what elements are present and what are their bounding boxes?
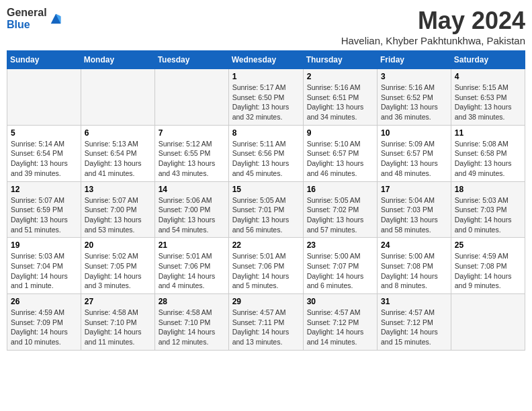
header-day-tuesday: Tuesday	[154, 51, 228, 69]
calendar-cell: 2Sunrise: 5:16 AMSunset: 6:51 PMDaylight…	[303, 69, 377, 126]
calendar-cell: 8Sunrise: 5:11 AMSunset: 6:56 PMDaylight…	[228, 125, 303, 181]
calendar-cell: 25Sunrise: 4:59 AMSunset: 7:08 PMDayligh…	[451, 238, 525, 294]
day-number: 17	[381, 185, 447, 194]
day-number: 24	[381, 240, 447, 250]
calendar-cell	[81, 69, 154, 126]
day-number: 9	[307, 128, 373, 138]
day-number: 1	[232, 72, 300, 81]
day-number: 30	[307, 297, 373, 306]
header-row: SundayMondayTuesdayWednesdayThursdayFrid…	[7, 51, 525, 69]
day-number: 11	[455, 128, 521, 138]
day-number: 16	[307, 185, 373, 194]
calendar-cell: 27Sunrise: 4:58 AMSunset: 7:10 PMDayligh…	[81, 294, 154, 351]
day-info: Sunrise: 4:59 AMSunset: 7:08 PMDaylight:…	[455, 251, 521, 291]
calendar-cell: 4Sunrise: 5:15 AMSunset: 6:53 PMDaylight…	[451, 69, 525, 126]
day-number: 5	[11, 128, 77, 138]
calendar-cell: 10Sunrise: 5:09 AMSunset: 6:57 PMDayligh…	[378, 125, 451, 181]
day-info: Sunrise: 5:03 AMSunset: 7:03 PMDaylight:…	[455, 195, 521, 235]
calendar-cell: 18Sunrise: 5:03 AMSunset: 7:03 PMDayligh…	[451, 181, 525, 238]
calendar-cell: 7Sunrise: 5:12 AMSunset: 6:55 PMDaylight…	[154, 125, 228, 181]
week-row-3: 12Sunrise: 5:07 AMSunset: 6:59 PMDayligh…	[7, 181, 525, 238]
day-number: 6	[85, 128, 151, 138]
day-number: 29	[232, 297, 300, 306]
calendar-cell: 9Sunrise: 5:10 AMSunset: 6:57 PMDaylight…	[303, 125, 377, 181]
day-info: Sunrise: 4:57 AMSunset: 7:12 PMDaylight:…	[381, 308, 447, 347]
day-info: Sunrise: 4:58 AMSunset: 7:10 PMDaylight:…	[85, 308, 151, 347]
day-info: Sunrise: 5:14 AMSunset: 6:54 PMDaylight:…	[11, 139, 77, 179]
calendar-cell: 31Sunrise: 4:57 AMSunset: 7:12 PMDayligh…	[378, 294, 451, 351]
header-day-monday: Monday	[81, 51, 154, 69]
header-day-sunday: Sunday	[7, 51, 81, 69]
month-title: May 2024	[341, 7, 525, 35]
day-info: Sunrise: 5:11 AMSunset: 6:56 PMDaylight:…	[232, 139, 300, 179]
day-number: 7	[159, 128, 225, 138]
day-number: 26	[11, 297, 77, 306]
day-info: Sunrise: 5:03 AMSunset: 7:04 PMDaylight:…	[11, 251, 77, 291]
day-info: Sunrise: 5:01 AMSunset: 7:06 PMDaylight:…	[159, 251, 225, 291]
day-info: Sunrise: 5:04 AMSunset: 7:03 PMDaylight:…	[381, 195, 447, 235]
header-day-wednesday: Wednesday	[228, 51, 303, 69]
day-number: 28	[159, 297, 225, 306]
day-number: 19	[11, 240, 77, 250]
week-row-2: 5Sunrise: 5:14 AMSunset: 6:54 PMDaylight…	[7, 125, 525, 181]
title-block: May 2024 Havelian, Khyber Pakhtunkhwa, P…	[341, 7, 525, 46]
day-info: Sunrise: 5:01 AMSunset: 7:06 PMDaylight:…	[232, 251, 300, 291]
day-info: Sunrise: 5:09 AMSunset: 6:57 PMDaylight:…	[381, 139, 447, 179]
day-info: Sunrise: 5:16 AMSunset: 6:51 PMDaylight:…	[307, 83, 373, 122]
day-info: Sunrise: 5:00 AMSunset: 7:08 PMDaylight:…	[381, 251, 447, 291]
location-title: Havelian, Khyber Pakhtunkhwa, Pakistan	[341, 35, 525, 46]
day-number: 18	[455, 185, 521, 194]
day-info: Sunrise: 5:07 AMSunset: 7:00 PMDaylight:…	[85, 195, 151, 235]
calendar-cell	[7, 69, 81, 126]
calendar-cell: 11Sunrise: 5:08 AMSunset: 6:58 PMDayligh…	[451, 125, 525, 181]
day-info: Sunrise: 4:57 AMSunset: 7:11 PMDaylight:…	[232, 308, 300, 347]
day-number: 4	[455, 72, 521, 81]
calendar-cell: 15Sunrise: 5:05 AMSunset: 7:01 PMDayligh…	[228, 181, 303, 238]
calendar-cell: 3Sunrise: 5:16 AMSunset: 6:52 PMDaylight…	[378, 69, 451, 126]
calendar-cell: 19Sunrise: 5:03 AMSunset: 7:04 PMDayligh…	[7, 238, 81, 294]
calendar-cell: 1Sunrise: 5:17 AMSunset: 6:50 PMDaylight…	[228, 69, 303, 126]
day-info: Sunrise: 4:58 AMSunset: 7:10 PMDaylight:…	[159, 308, 225, 347]
calendar-cell: 30Sunrise: 4:57 AMSunset: 7:12 PMDayligh…	[303, 294, 377, 351]
calendar-cell	[154, 69, 228, 126]
day-number: 27	[85, 297, 151, 306]
calendar-cell: 13Sunrise: 5:07 AMSunset: 7:00 PMDayligh…	[81, 181, 154, 238]
day-info: Sunrise: 5:07 AMSunset: 6:59 PMDaylight:…	[11, 195, 77, 235]
calendar-cell: 21Sunrise: 5:01 AMSunset: 7:06 PMDayligh…	[154, 238, 228, 294]
day-info: Sunrise: 4:57 AMSunset: 7:12 PMDaylight:…	[307, 308, 373, 347]
day-info: Sunrise: 4:59 AMSunset: 7:09 PMDaylight:…	[11, 308, 77, 347]
day-info: Sunrise: 5:16 AMSunset: 6:52 PMDaylight:…	[381, 83, 447, 122]
header-day-thursday: Thursday	[303, 51, 377, 69]
page-header: General Blue May 2024 Havelian, Khyber P…	[7, 7, 525, 46]
week-row-1: 1Sunrise: 5:17 AMSunset: 6:50 PMDaylight…	[7, 69, 525, 126]
calendar-table: SundayMondayTuesdayWednesdayThursdayFrid…	[7, 50, 525, 351]
day-info: Sunrise: 5:08 AMSunset: 6:58 PMDaylight:…	[455, 139, 521, 179]
calendar-cell: 22Sunrise: 5:01 AMSunset: 7:06 PMDayligh…	[228, 238, 303, 294]
day-info: Sunrise: 5:17 AMSunset: 6:50 PMDaylight:…	[232, 83, 300, 122]
calendar-cell: 24Sunrise: 5:00 AMSunset: 7:08 PMDayligh…	[378, 238, 451, 294]
day-number: 8	[232, 128, 300, 138]
calendar-cell: 12Sunrise: 5:07 AMSunset: 6:59 PMDayligh…	[7, 181, 81, 238]
day-number: 3	[381, 72, 447, 81]
week-row-5: 26Sunrise: 4:59 AMSunset: 7:09 PMDayligh…	[7, 294, 525, 351]
calendar-cell: 14Sunrise: 5:06 AMSunset: 7:00 PMDayligh…	[154, 181, 228, 238]
day-info: Sunrise: 5:05 AMSunset: 7:01 PMDaylight:…	[232, 195, 300, 235]
logo-general-text: General	[7, 7, 47, 19]
calendar-cell: 20Sunrise: 5:02 AMSunset: 7:05 PMDayligh…	[81, 238, 154, 294]
logo-icon	[48, 11, 63, 26]
week-row-4: 19Sunrise: 5:03 AMSunset: 7:04 PMDayligh…	[7, 238, 525, 294]
calendar-cell: 16Sunrise: 5:05 AMSunset: 7:02 PMDayligh…	[303, 181, 377, 238]
day-number: 21	[159, 240, 225, 250]
logo: General Blue	[7, 7, 63, 30]
calendar-cell: 29Sunrise: 4:57 AMSunset: 7:11 PMDayligh…	[228, 294, 303, 351]
day-number: 25	[455, 240, 521, 250]
calendar-cell: 6Sunrise: 5:13 AMSunset: 6:54 PMDaylight…	[81, 125, 154, 181]
day-info: Sunrise: 5:13 AMSunset: 6:54 PMDaylight:…	[85, 139, 151, 179]
calendar-cell: 23Sunrise: 5:00 AMSunset: 7:07 PMDayligh…	[303, 238, 377, 294]
calendar-cell: 28Sunrise: 4:58 AMSunset: 7:10 PMDayligh…	[154, 294, 228, 351]
day-info: Sunrise: 5:12 AMSunset: 6:55 PMDaylight:…	[159, 139, 225, 179]
day-number: 22	[232, 240, 300, 250]
calendar-cell: 26Sunrise: 4:59 AMSunset: 7:09 PMDayligh…	[7, 294, 81, 351]
logo-blue-text: Blue	[7, 19, 47, 31]
day-number: 20	[85, 240, 151, 250]
